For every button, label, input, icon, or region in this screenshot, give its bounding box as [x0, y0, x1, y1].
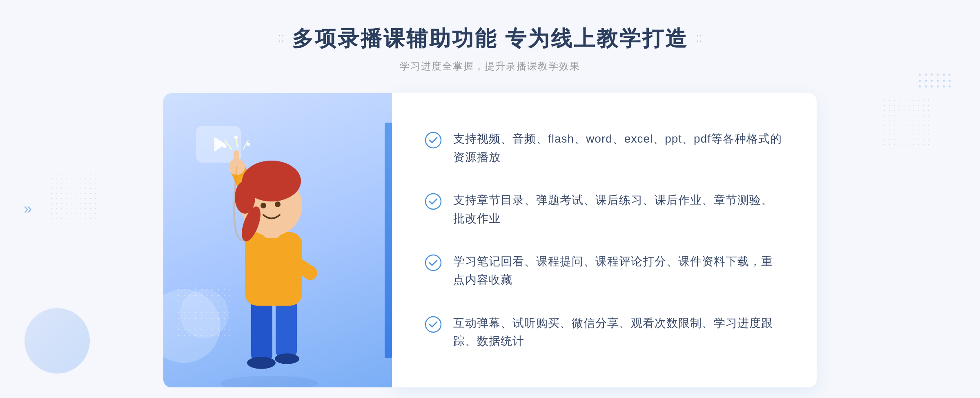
deco-circle: [24, 308, 90, 373]
svg-point-0: [220, 376, 318, 387]
svg-point-26: [425, 317, 441, 332]
feature-item-1: 支持视频、音频、flash、word、excel、ppt、pdf等各种格式的资源…: [425, 122, 784, 175]
feature-text-3: 学习笔记回看、课程提问、课程评论打分、课件资料下载，重点内容收藏: [453, 253, 784, 289]
dot-pattern-left: [49, 172, 98, 221]
feature-item-4: 互动弹幕、试听购买、微信分享、观看次数限制、学习进度跟踪、数据统计: [425, 306, 784, 359]
feature-item-2: 支持章节目录、弹题考试、课后练习、课后作业、章节测验、批改作业: [425, 183, 784, 236]
character-illustration: [188, 134, 351, 387]
feature-text-2: 支持章节目录、弹题考试、课后练习、课后作业、章节测验、批改作业: [453, 191, 784, 228]
header-section: ⁚⁚ 多项录播课辅助功能 专为线上教学打造 ⁚⁚ 学习进度全掌握，提升录播课教学…: [0, 25, 980, 73]
svg-point-3: [247, 357, 276, 369]
title-row: ⁚⁚ 多项录播课辅助功能 专为线上教学打造 ⁚⁚: [278, 25, 702, 53]
main-title: 多项录播课辅助功能 专为线上教学打造: [292, 25, 688, 53]
subtitle: 学习进度全掌握，提升录播课教学效果: [400, 60, 580, 73]
blue-bar: [385, 123, 392, 358]
svg-line-18: [236, 138, 238, 148]
svg-point-14: [275, 201, 281, 207]
svg-point-24: [425, 194, 441, 209]
svg-point-22: [247, 143, 250, 146]
svg-point-13: [261, 203, 266, 208]
deco-dots-right: [919, 74, 951, 106]
svg-point-21: [234, 136, 238, 139]
svg-point-23: [425, 132, 441, 148]
left-panel: › ›: [163, 93, 392, 387]
right-panel: 支持视频、音频、flash、word、excel、ppt、pdf等各种格式的资源…: [392, 93, 817, 387]
arrow-decoration: »: [24, 200, 32, 217]
page-container: » ⁚⁚ 多项录播课辅助功能 专为线上教学打造 ⁚⁚ 学习进度全掌握，提升录播课…: [0, 0, 980, 398]
feature-text-4: 互动弹幕、试听购买、微信分享、观看次数限制、学习进度跟踪、数据统计: [453, 314, 784, 351]
svg-point-4: [275, 353, 299, 364]
feature-text-1: 支持视频、音频、flash、word、excel、ppt、pdf等各种格式的资源…: [453, 130, 784, 167]
check-icon-4: [425, 316, 442, 333]
title-dots-left: ⁚⁚: [278, 34, 284, 44]
title-dots-right: ⁚⁚: [696, 34, 702, 44]
svg-line-17: [225, 140, 232, 150]
check-icon-2: [425, 193, 442, 210]
svg-point-25: [425, 255, 441, 271]
svg-rect-1: [251, 297, 272, 363]
check-icon-3: [425, 254, 442, 271]
check-icon-1: [425, 132, 442, 149]
content-area: › › 支持视频、音频、flash、word、excel、ppt、pdf等各种格…: [163, 93, 817, 387]
svg-rect-2: [276, 297, 297, 359]
feature-item-3: 学习笔记回看、课程提问、课程评论打分、课件资料下载，重点内容收藏: [425, 244, 784, 297]
left-panel-inner: › ›: [163, 93, 392, 387]
svg-point-20: [223, 145, 226, 148]
